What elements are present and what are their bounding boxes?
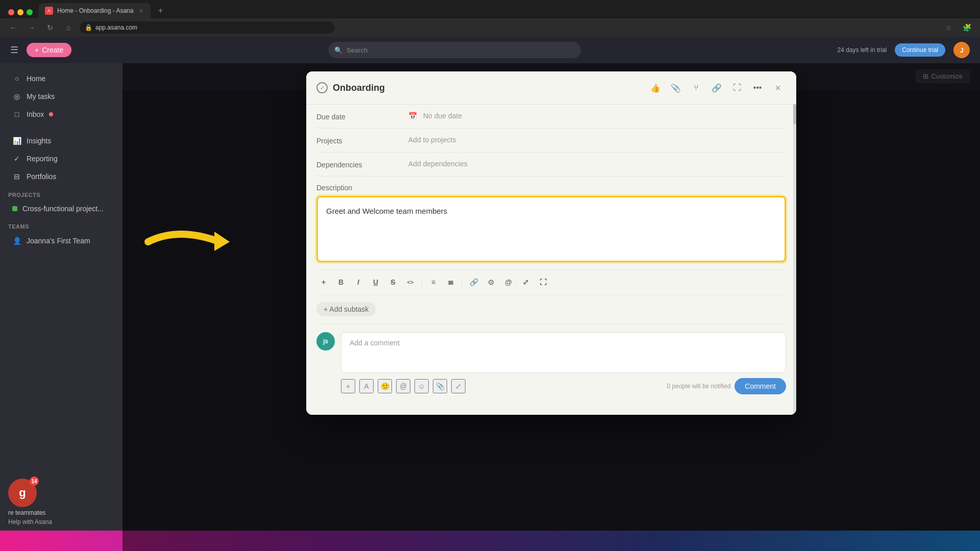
browser-chrome: A Home - Onboarding - Asana × + ← → ↻ ⌂ …: [0, 0, 980, 37]
refresh-button[interactable]: ↻: [43, 20, 57, 35]
comment-toolbar: + A 🙂 @ ☺ 📎 ⤢ 0 people will be notified …: [341, 373, 786, 396]
dependencies-value[interactable]: Add dependencies: [408, 160, 786, 168]
resize-button[interactable]: ⤢: [519, 275, 533, 289]
comment-submit-button[interactable]: Comment: [734, 378, 786, 394]
forward-button[interactable]: →: [24, 20, 39, 35]
commenter-avatar: js: [316, 332, 335, 350]
comment-tag-button[interactable]: ☺: [414, 379, 429, 393]
modal-title-area: ✓ Onboarding: [316, 82, 385, 93]
projects-value[interactable]: Add to projects: [408, 136, 786, 144]
close-modal-button[interactable]: ×: [770, 80, 786, 96]
comment-emoji-button[interactable]: 🙂: [378, 379, 392, 393]
sidebar-first-team-label: Joanna's First Team: [27, 237, 90, 245]
due-date-row: Due date 📅 No due date: [316, 105, 786, 129]
italic-button[interactable]: I: [351, 275, 365, 289]
minimize-traffic-light[interactable]: [17, 9, 23, 15]
description-section: Description Greet and Welcome team membe…: [316, 177, 786, 270]
branch-button[interactable]: ⑂: [688, 80, 704, 96]
editor-toolbar: + B I U S <> ≡ ≣ 🔗 ⊙ @ ⤢ ⛶: [316, 270, 786, 295]
sidebar-inbox-label: Inbox: [27, 110, 44, 118]
task-status-icon[interactable]: ✓: [316, 82, 328, 93]
numbered-list-button[interactable]: ≣: [444, 275, 458, 289]
insights-icon: 📊: [12, 136, 21, 145]
notify-count: 0 people will be notified: [667, 383, 731, 390]
bullet-list-button[interactable]: ≡: [426, 275, 440, 289]
close-traffic-light[interactable]: [8, 9, 14, 15]
sidebar-my-tasks-label: My tasks: [27, 92, 55, 101]
underline-button[interactable]: U: [369, 275, 383, 289]
description-box[interactable]: Greet and Welcome team members: [316, 196, 786, 262]
projects-row: Projects Add to projects: [316, 129, 786, 153]
new-tab-button[interactable]: +: [153, 3, 168, 18]
fullscreen-toolbar-button[interactable]: ⛶: [536, 275, 550, 289]
subtask-row: + Add subtask: [316, 295, 786, 324]
comment-format-button[interactable]: A: [359, 379, 374, 393]
traffic-lights: [4, 6, 37, 18]
comment-mention-button[interactable]: @: [396, 379, 410, 393]
sidebar-item-insights[interactable]: 📊 Insights: [4, 132, 118, 149]
help-section: g 14 re teammates Help with Asana: [8, 479, 52, 525]
comment-add-button[interactable]: +: [341, 379, 355, 393]
sidebar-portfolios-label: Portfolios: [27, 172, 56, 181]
like-button[interactable]: 👍: [647, 80, 664, 96]
link-button[interactable]: 🔗: [708, 80, 725, 96]
sidebar-item-cross-functional[interactable]: Cross-functional project...: [4, 201, 118, 217]
sidebar: ○ Home ◎ My tasks □ Inbox 📊 Insights ✓ R…: [0, 63, 122, 551]
continue-trial-button[interactable]: Continue trial: [895, 43, 945, 57]
attach-button[interactable]: 📎: [668, 80, 684, 96]
comment-input[interactable]: Add a comment: [341, 332, 786, 373]
search-bar[interactable]: 🔍 Search: [328, 42, 581, 58]
lock-icon: 🔒: [85, 24, 92, 31]
main-area: ⊞ Customize ✓ Onboarding 👍 📎 ⑂: [122, 63, 980, 551]
toolbar-separator-2: [462, 277, 462, 287]
tasks-icon: ◎: [12, 92, 21, 101]
create-button[interactable]: + Create: [27, 43, 71, 57]
strikethrough-button[interactable]: S: [386, 275, 400, 289]
add-toolbar-button[interactable]: +: [316, 275, 331, 289]
help-avatar-container: g 14: [8, 479, 37, 507]
add-subtask-button[interactable]: + Add subtask: [316, 302, 376, 316]
bold-button[interactable]: B: [334, 275, 348, 289]
code-button[interactable]: <>: [403, 275, 418, 289]
sidebar-item-my-tasks[interactable]: ◎ My tasks: [4, 88, 118, 105]
hamburger-menu[interactable]: ☰: [10, 44, 18, 56]
home-button[interactable]: ⌂: [61, 20, 76, 35]
sidebar-reporting-label: Reporting: [27, 155, 58, 163]
search-placeholder: Search: [347, 46, 368, 54]
app-top-bar: ☰ + Create 🔍 Search 24 days left in tria…: [0, 37, 980, 63]
expand-button[interactable]: ⛶: [729, 80, 745, 96]
radio-toolbar-button[interactable]: ⊙: [484, 275, 498, 289]
user-avatar-button[interactable]: J: [953, 42, 970, 58]
description-label: Description: [316, 184, 786, 192]
task-modal: ✓ Onboarding 👍 📎 ⑂ 🔗 ⛶ ••• ×: [306, 71, 796, 415]
sidebar-cross-functional-label: Cross-functional project...: [22, 205, 104, 213]
due-date-value[interactable]: 📅 No due date: [408, 112, 786, 120]
back-button[interactable]: ←: [6, 20, 20, 35]
fullscreen-traffic-light[interactable]: [27, 9, 33, 15]
link-toolbar-button[interactable]: 🔗: [467, 275, 481, 289]
bookmark-icon[interactable]: ☆: [941, 20, 955, 35]
sidebar-item-inbox[interactable]: □ Inbox: [4, 106, 118, 123]
more-options-button[interactable]: •••: [749, 80, 766, 96]
invite-teammates-text: re teammates: [8, 509, 45, 516]
sidebar-item-reporting[interactable]: ✓ Reporting: [4, 150, 118, 167]
address-bar[interactable]: 🔒 app.asana.com: [80, 21, 335, 34]
project-dot-icon: [12, 206, 17, 211]
modal-title: Onboarding: [333, 83, 385, 93]
tab-close-button[interactable]: ×: [137, 7, 144, 14]
create-plus-icon: +: [35, 46, 39, 54]
address-text: app.asana.com: [95, 24, 137, 31]
search-icon: 🔍: [334, 46, 342, 54]
comment-resize-button[interactable]: ⤢: [451, 379, 465, 393]
app-layout: ☰ + Create 🔍 Search 24 days left in tria…: [0, 37, 980, 551]
sidebar-item-first-team[interactable]: 👤 Joanna's First Team: [4, 232, 118, 249]
modal-scrollbar[interactable]: [793, 104, 796, 415]
mention-button[interactable]: @: [501, 275, 516, 289]
browser-tab-active[interactable]: A Home - Onboarding - Asana ×: [39, 3, 151, 18]
sidebar-item-portfolios[interactable]: ⊟ Portfolios: [4, 168, 118, 185]
extensions-icon[interactable]: 🧩: [960, 20, 974, 35]
due-date-label: Due date: [316, 112, 408, 121]
sidebar-item-home[interactable]: ○ Home: [4, 70, 118, 87]
comment-attach-button[interactable]: 📎: [433, 379, 447, 393]
sidebar-home-label: Home: [27, 74, 45, 83]
